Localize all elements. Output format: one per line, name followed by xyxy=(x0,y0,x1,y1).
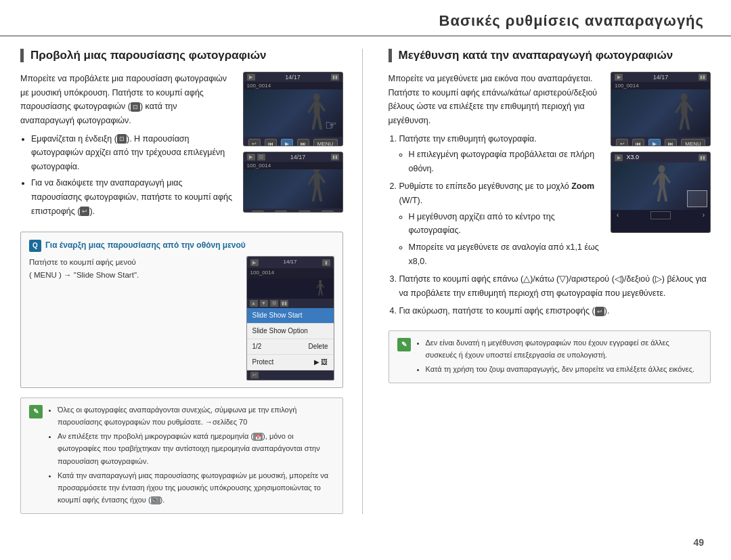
left-arrow-icon: ◁ xyxy=(615,274,621,284)
camera-bottom-bar-1: ↩ ⏮ ▶ ⏭ MENU xyxy=(244,137,342,146)
svg-line-10 xyxy=(313,187,315,200)
svg-line-11 xyxy=(318,187,321,200)
vol-btn: 🔊 xyxy=(252,211,264,213)
bat-r1: ▮▮ xyxy=(699,74,707,81)
svg-point-24 xyxy=(659,165,665,172)
menu-item-protect[interactable]: Protect ▶ 🖼 xyxy=(247,355,334,370)
menu-item-slideshow-start[interactable]: Slide Show Start xyxy=(247,308,334,324)
right-notes-content: Δεν είναι δυνατή η μεγέθυνση φωτογραφιών… xyxy=(416,337,703,377)
step-3: Πατήστε το κουμπί αφής επάνω (△)/κάτω (▽… xyxy=(399,272,711,300)
play-r1: ▶ xyxy=(648,139,661,146)
camera-image-area-1: ☞ xyxy=(244,89,342,137)
right-arrow: › xyxy=(703,211,705,219)
camera-top-bar-1: ▶ 14/17 ▮▮ xyxy=(244,72,342,82)
tip-icon: Q xyxy=(29,240,41,252)
svg-point-18 xyxy=(681,93,688,101)
cam-mode-r1: ▶ xyxy=(615,74,623,81)
right-arrow-icon: ▷ xyxy=(655,274,662,284)
camera-filename-2: 100_0014 xyxy=(244,162,342,169)
back-r1: ↩ xyxy=(616,139,628,146)
menu-bottom-bar: ↩ xyxy=(247,370,334,380)
step-4: Για ακύρωση, πατήστε το κουμπί αφής επισ… xyxy=(399,304,711,318)
menu-icon-1: ▲ xyxy=(250,300,258,307)
svg-line-26 xyxy=(654,175,659,184)
menu-icon-3: ⚙ xyxy=(270,300,278,307)
right-camera-container: ▶ 14/17 ▮▮ 100_0014 xyxy=(611,72,711,233)
cam-bottom-r1: ↩ ⏮ ▶ ⏭ MENU xyxy=(611,137,710,146)
slideshow-inline-icon: ⊡ xyxy=(131,102,140,112)
camera-ui-top: ▶ 14/17 ▮▮ 100_0014 xyxy=(243,72,343,213)
svg-line-16 xyxy=(319,289,320,295)
zoom-cam-icon: ▶ xyxy=(615,154,623,161)
svg-line-17 xyxy=(321,289,322,295)
prev-btn-1: ⏮ xyxy=(265,139,277,146)
camera-filename-1: 100_0014 xyxy=(244,82,342,89)
prev-btn-2: ⏮ xyxy=(298,211,311,213)
right-section-body: ▶ 14/17 ▮▮ 100_0014 xyxy=(389,72,711,322)
next-r1: ⏭ xyxy=(665,139,677,146)
camera-screen-2: ▶ ⊡ 14/17 ▮▮ 100_0014 xyxy=(243,152,343,213)
right-note-2: Κατά τη χρήση του ζουμ αναπαραγωγής, δεν… xyxy=(426,363,703,375)
back-btn-2: ↩ xyxy=(275,211,287,213)
zoom-level-label: X3.0 xyxy=(627,154,640,160)
zoom-top-bar: ▶ X3.0 ▮▮ xyxy=(611,152,710,163)
svg-rect-19 xyxy=(682,101,688,114)
silhouette-r1 xyxy=(669,93,696,137)
cam-filename-r1: 100_0014 xyxy=(611,82,710,89)
menu-r1[interactable]: MENU xyxy=(681,139,705,146)
page-header: Βασικές ρυθμίσεις αναπαραγωγής xyxy=(0,0,731,37)
right-column: Μεγέθυνση κατά την αναπαραγωγή φωτογραφι… xyxy=(383,49,711,514)
svg-line-3 xyxy=(319,104,324,110)
up-arrow-icon: △ xyxy=(523,274,530,284)
zoom-arrows: ‹ › xyxy=(611,210,710,221)
right-notes-list: Δεν είναι δυνατή η μεγέθυνση φωτογραφιών… xyxy=(426,337,703,375)
svg-line-29 xyxy=(663,186,666,200)
menu-item-page-num: 1/2 Delete xyxy=(247,339,334,355)
tip-text: Πατήστε το κουμπί αφής μενού ( MENU ) → … xyxy=(29,256,238,281)
left-column: Προβολή μιας παρουσίασης φωτογραφιών ▶ 1… xyxy=(20,49,363,514)
camera-counter-2: 14/17 xyxy=(290,154,306,160)
left-arrow: ‹ xyxy=(617,211,619,219)
hand-cursor: ☞ xyxy=(325,117,337,133)
svg-line-8 xyxy=(309,175,313,184)
menu-item-slideshow-option[interactable]: Slide Show Option xyxy=(247,324,334,339)
left-note-3: Κατά την αναπαραγωγή μιας παρουσίασης φω… xyxy=(58,469,334,506)
tip-instruction: Πατήστε το κουμπί αφής μενού ( MENU ) → … xyxy=(29,256,238,281)
right-section-title: Μεγέθυνση κατά την αναπαραγωγή φωτογραφι… xyxy=(389,49,711,62)
zoom-image-area xyxy=(611,163,710,210)
battery-icon: ▮▮ xyxy=(331,74,339,81)
svg-line-5 xyxy=(318,115,321,129)
svg-line-15 xyxy=(322,284,324,287)
svg-point-0 xyxy=(313,93,319,101)
left-note-1: Όλες οι φωτογραφίες αναπαράγονται συνεχώ… xyxy=(58,404,334,428)
page-number: 49 xyxy=(693,537,704,548)
menu-btn-1[interactable]: MENU xyxy=(313,139,338,146)
camera-counter-1: 14/17 xyxy=(285,74,301,81)
tip-box-header: Q Για έναρξη μιας παρουσίασης από την οθ… xyxy=(29,239,334,252)
right-notes-box: ✎ Δεν είναι δυνατή η μεγέθυνση φωτογραφι… xyxy=(389,330,711,383)
camera-screen-1: ▶ 14/17 ▮▮ 100_0014 xyxy=(243,72,343,146)
svg-rect-25 xyxy=(659,173,665,186)
svg-rect-1 xyxy=(313,101,319,114)
menu-battery-icon: ▮ xyxy=(322,259,330,266)
camera-mode-icon-2: ▶ xyxy=(247,154,255,160)
zoom-box-overlay xyxy=(687,190,707,207)
camera-icons-left: ▶ xyxy=(247,74,255,81)
camera-icons-left-2: ▶ ⊡ xyxy=(247,154,265,160)
camera-top-bar-r1: ▶ 14/17 ▮▮ xyxy=(611,72,710,82)
menu-image-preview xyxy=(247,278,334,299)
left-notes-content: Όλες οι φωτογραφίες αναπαράγονται συνεχώ… xyxy=(48,404,334,508)
svg-line-23 xyxy=(686,115,688,129)
step-2-bullet-2: Μπορείτε να μεγεθύνετε σε αναλογία από x… xyxy=(409,240,711,268)
silhouette-svg-2 xyxy=(302,169,329,209)
camera-screen-right-1: ▶ 14/17 ▮▮ 100_0014 xyxy=(611,72,711,146)
play-btn-1: ▶ xyxy=(281,139,293,146)
svg-rect-7 xyxy=(313,173,319,186)
svg-line-22 xyxy=(681,115,684,129)
zoom-screen: ▶ X3.0 ▮▮ xyxy=(611,152,711,233)
camera-icons-right-2: ▮▮ xyxy=(331,154,339,160)
menu-top-bar: ▶ 14/17 ▮ xyxy=(247,257,334,268)
left-section-title: Προβολή μιας παρουσίασης φωτογραφιών xyxy=(20,49,343,62)
indicator-icon: ⊡ xyxy=(117,134,127,144)
svg-line-27 xyxy=(665,175,670,182)
